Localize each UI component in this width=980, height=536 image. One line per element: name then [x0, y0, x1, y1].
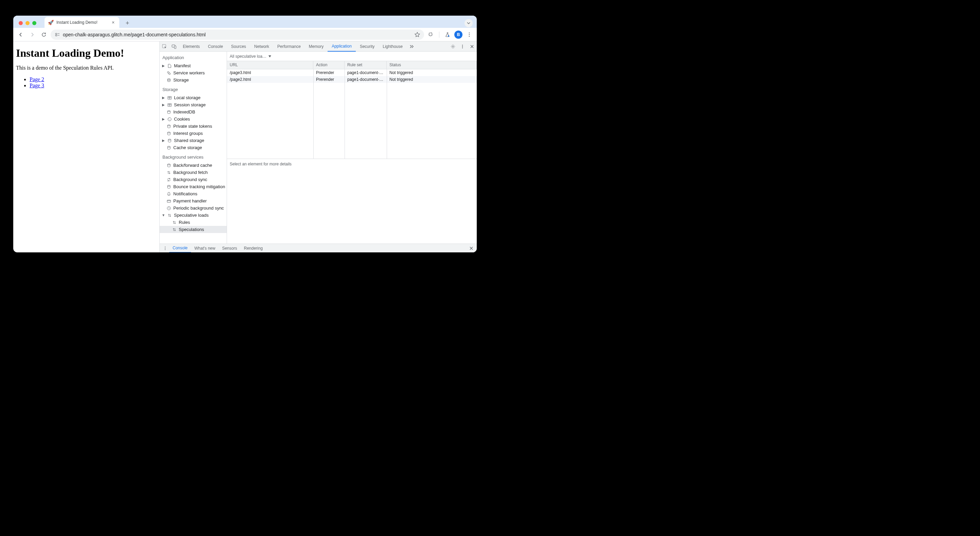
- th-status[interactable]: Status: [387, 61, 477, 69]
- sidebar-item-manifest[interactable]: ▶Manifest: [160, 62, 227, 69]
- drawer-tab-console[interactable]: Console: [169, 244, 191, 253]
- tab-memory[interactable]: Memory: [305, 41, 328, 52]
- database-icon: [167, 110, 171, 115]
- devtools-menu-button[interactable]: [458, 42, 467, 51]
- tab-console[interactable]: Console: [204, 41, 227, 52]
- cell-ruleset: page1-document-…: [345, 76, 387, 83]
- sidebar-item-session-storage[interactable]: ▶Session storage: [160, 101, 227, 108]
- menu-button[interactable]: [465, 30, 474, 40]
- drawer-tab-whats-new[interactable]: What's new: [191, 244, 219, 253]
- sidebar-item-payment-handler[interactable]: Payment handler: [160, 197, 227, 205]
- sidebar-item-notifications[interactable]: Notifications: [160, 190, 227, 197]
- window-maximize-button[interactable]: [32, 21, 37, 25]
- browser-window: 🚀 Instant Loading Demo! × +: [13, 16, 477, 252]
- more-tabs-button[interactable]: [407, 42, 416, 51]
- tab-network[interactable]: Network: [250, 41, 273, 52]
- sidebar-section-storage: Storage: [160, 85, 227, 94]
- sidebar-item-background-fetch[interactable]: Background fetch: [160, 169, 227, 176]
- svg-point-23: [167, 132, 170, 133]
- sidebar-item-cache-storage[interactable]: Cache storage: [160, 144, 227, 151]
- table-row[interactable]: /page3.html Prerender page1-document-… N…: [227, 69, 477, 76]
- application-sidebar: Application ▶Manifest Service workers St…: [160, 52, 227, 243]
- th-action[interactable]: Action: [313, 61, 345, 69]
- sidebar-item-cookies[interactable]: ▶Cookies: [160, 116, 227, 122]
- application-main: All speculative loa… URL Action Rule set…: [227, 52, 477, 243]
- sidebar-item-private-state-tokens[interactable]: Private state tokens: [160, 122, 227, 130]
- tab-close-button[interactable]: ×: [110, 20, 116, 25]
- forward-button[interactable]: [27, 30, 37, 40]
- gear-icon: [450, 44, 455, 49]
- tab-application[interactable]: Application: [328, 41, 356, 52]
- sidebar-item-bounce-tracking[interactable]: Bounce tracking mitigation: [160, 183, 227, 190]
- chevron-down-icon: [467, 22, 470, 24]
- svg-rect-8: [174, 46, 176, 49]
- reload-button[interactable]: [39, 30, 49, 40]
- sidebar-item-speculations[interactable]: Speculations: [160, 226, 227, 233]
- sidebar-item-rules[interactable]: Rules: [160, 219, 227, 226]
- table-row[interactable]: /page2.html Prerender page1-document-… N…: [227, 76, 477, 83]
- svg-point-27: [167, 185, 170, 186]
- svg-rect-1: [56, 35, 57, 36]
- settings-button[interactable]: [448, 42, 458, 51]
- sidebar-item-periodic-sync[interactable]: Periodic background sync: [160, 205, 227, 212]
- device-toggle-button[interactable]: [169, 42, 179, 51]
- labs-button[interactable]: [443, 30, 452, 40]
- puzzle-icon: [428, 32, 434, 37]
- link-page-3[interactable]: Page 3: [30, 83, 44, 88]
- svg-point-25: [167, 146, 170, 147]
- sidebar-item-indexeddb[interactable]: IndexedDB: [160, 108, 227, 116]
- detail-placeholder: Select an element for more details: [227, 159, 477, 169]
- link-page-2[interactable]: Page 2: [30, 76, 44, 82]
- window-minimize-button[interactable]: [25, 21, 30, 25]
- extensions-button[interactable]: [426, 30, 436, 40]
- inspect-button[interactable]: [160, 42, 169, 51]
- reload-icon: [41, 32, 46, 37]
- drawer-menu-button[interactable]: [161, 246, 169, 250]
- tab-sources[interactable]: Sources: [227, 41, 250, 52]
- address-bar[interactable]: open-chalk-asparagus.glitch.me/page1-doc…: [51, 30, 424, 40]
- page-heading: Instant Loading Demo!: [16, 47, 157, 59]
- cell-status: Not triggered: [387, 69, 477, 76]
- tab-elements[interactable]: Elements: [179, 41, 204, 52]
- sidebar-item-shared-storage[interactable]: ▶Shared storage: [160, 137, 227, 144]
- star-icon: [415, 32, 420, 37]
- window-close-button[interactable]: [19, 21, 23, 25]
- site-info-icon[interactable]: [55, 32, 60, 37]
- drawer-close-button[interactable]: [467, 246, 476, 250]
- content-area: Instant Loading Demo! This is a demo of …: [13, 41, 477, 252]
- sidebar-item-local-storage[interactable]: ▶Local storage: [160, 94, 227, 101]
- sidebar-section-background-services: Background services: [160, 153, 227, 162]
- close-icon: [470, 45, 474, 49]
- drawer-tab-rendering[interactable]: Rendering: [240, 244, 266, 253]
- sidebar-item-bfcache[interactable]: Back/forward cache: [160, 162, 227, 169]
- tab-lighthouse[interactable]: Lighthouse: [379, 41, 407, 52]
- devtools-body: Application ▶Manifest Service workers St…: [160, 52, 477, 243]
- browser-tab[interactable]: 🚀 Instant Loading Demo! ×: [45, 17, 119, 28]
- back-button[interactable]: [16, 30, 25, 40]
- tab-performance[interactable]: Performance: [273, 41, 305, 52]
- sidebar-section-application: Application: [160, 53, 227, 62]
- clock-icon: [167, 206, 171, 211]
- th-ruleset[interactable]: Rule set: [345, 61, 387, 69]
- profile-avatar[interactable]: B: [454, 30, 463, 39]
- tab-list-button[interactable]: [465, 19, 473, 27]
- devices-icon: [172, 44, 177, 49]
- sidebar-item-speculative-loads[interactable]: ▼Speculative loads: [160, 212, 227, 219]
- new-tab-button[interactable]: +: [123, 18, 132, 28]
- sidebar-item-storage[interactable]: Storage: [160, 76, 227, 84]
- sidebar-item-interest-groups[interactable]: Interest groups: [160, 130, 227, 137]
- arrow-right-icon: [30, 32, 35, 37]
- sidebar-item-background-sync[interactable]: Background sync: [160, 176, 227, 183]
- devtools-close-button[interactable]: [467, 42, 477, 51]
- tab-security[interactable]: Security: [356, 41, 379, 52]
- bookmark-button[interactable]: [415, 32, 420, 37]
- svg-point-19: [168, 118, 171, 121]
- arrows-icon: [172, 227, 177, 232]
- sidebar-item-service-workers[interactable]: Service workers: [160, 69, 227, 76]
- kebab-icon: [163, 246, 167, 250]
- speculations-filter[interactable]: All speculative loa…: [227, 52, 477, 61]
- th-url[interactable]: URL: [227, 61, 313, 69]
- drawer-tab-sensors[interactable]: Sensors: [219, 244, 240, 253]
- svg-point-22: [167, 125, 170, 126]
- table-header: URL Action Rule set Status: [227, 61, 477, 69]
